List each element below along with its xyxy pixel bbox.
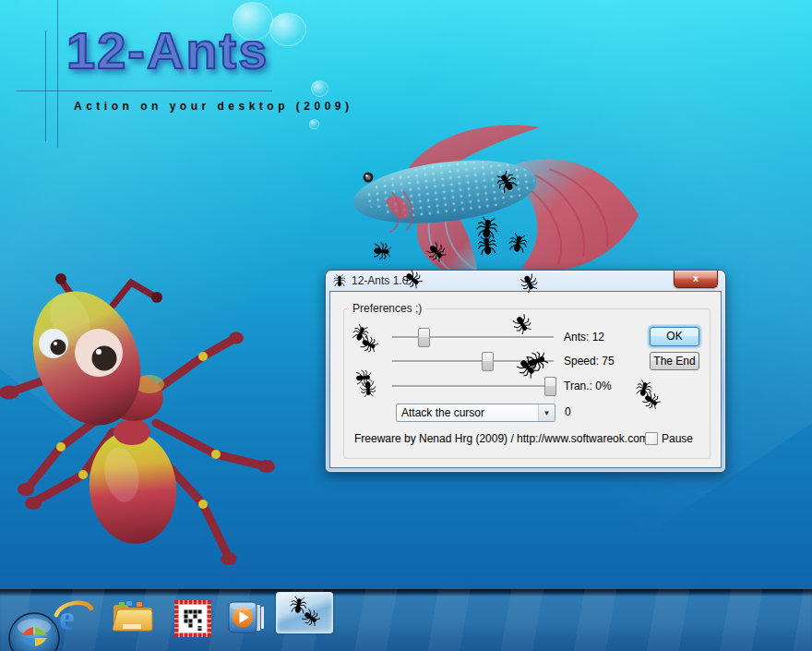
ok-button[interactable]: OK — [650, 327, 699, 346]
close-icon: x — [693, 272, 699, 283]
window-title: 12-Ants 1.0 — [352, 274, 408, 287]
slider-ants-label: Ants: 12 — [564, 331, 604, 344]
pause-checkbox[interactable] — [645, 432, 658, 445]
ant-icon — [299, 606, 322, 629]
slider-transparency-track[interactable] — [392, 385, 554, 387]
bubble — [311, 80, 328, 97]
betta-fish-image — [341, 118, 648, 284]
logo-guide-line — [57, 0, 58, 148]
folder-icon[interactable] — [112, 599, 154, 636]
chevron-down-icon[interactable]: ▼ — [538, 404, 555, 421]
dropdown-value: Attack the cursor — [401, 406, 484, 419]
desktop: 12-Ants Action on your desktop (2009) — [0, 0, 812, 651]
slider-ants-thumb[interactable] — [418, 328, 430, 347]
window-body: Preferences ;) Ants: 12 Speed: 75 Tran.:… — [329, 291, 722, 468]
behavior-dropdown[interactable]: Attack the cursor ▼ — [396, 404, 555, 422]
the-end-button[interactable]: The End — [650, 352, 699, 370]
close-button[interactable]: x — [674, 271, 718, 288]
slider-speed-thumb[interactable] — [482, 352, 494, 371]
bubble — [269, 13, 306, 46]
ant-icon — [289, 596, 308, 615]
taskbar: e — [0, 589, 812, 651]
bubble — [233, 2, 273, 41]
internet-explorer-icon[interactable]: e — [54, 597, 94, 637]
slider-speed-track[interactable] — [392, 360, 554, 362]
cartoon-ant-image — [0, 255, 288, 589]
groupbox-label: Preferences ;) — [349, 302, 425, 315]
slider-transparency-label: Tran.: 0% — [564, 380, 612, 392]
app-icon — [333, 274, 346, 287]
bubble — [309, 119, 319, 129]
12-ants-window: 12-Ants 1.0 x Preferences ;) Ants: 12 Sp… — [325, 270, 726, 473]
freeware-credit: Freeware by Nenad Hrg (2009) / http://ww… — [354, 432, 651, 445]
slider-ants-track[interactable] — [392, 336, 554, 338]
wallpaper-subtitle: Action on your desktop (2009) — [74, 100, 353, 113]
taskbar-button-12-ants[interactable] — [276, 592, 333, 633]
pause-label: Pause — [662, 432, 693, 445]
slider-speed-label: Speed: 75 — [564, 355, 615, 368]
checker-game-icon[interactable] — [174, 600, 211, 637]
media-player-icon[interactable] — [227, 600, 266, 635]
counter-value: 0 — [565, 405, 571, 418]
window-titlebar[interactable]: 12-Ants 1.0 x — [326, 271, 725, 291]
slider-transparency-thumb[interactable] — [544, 377, 556, 396]
logo-guide-line — [17, 90, 272, 91]
logo-guide-line — [45, 30, 46, 141]
